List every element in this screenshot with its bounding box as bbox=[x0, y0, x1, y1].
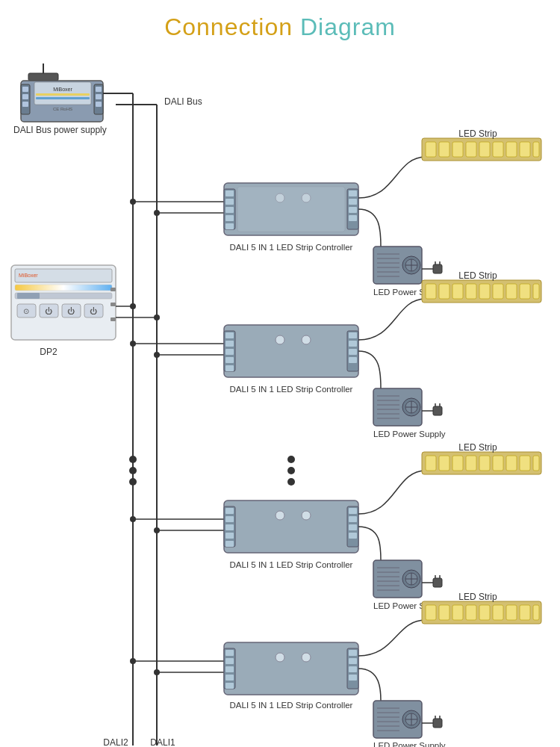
svg-rect-127 bbox=[452, 284, 463, 299]
svg-rect-183 bbox=[225, 650, 234, 656]
svg-rect-172 bbox=[479, 456, 490, 471]
svg-text:MiBoxer: MiBoxer bbox=[19, 273, 38, 278]
svg-rect-214 bbox=[466, 605, 476, 620]
svg-rect-4 bbox=[22, 87, 28, 92]
svg-text:CE RoHS: CE RoHS bbox=[53, 107, 72, 111]
svg-rect-21 bbox=[17, 293, 40, 299]
svg-rect-88 bbox=[506, 142, 517, 157]
svg-rect-130 bbox=[493, 284, 503, 299]
svg-point-194 bbox=[302, 653, 311, 662]
svg-rect-126 bbox=[439, 284, 449, 299]
svg-rect-60 bbox=[349, 199, 357, 205]
dali1-label: DALI1 bbox=[150, 737, 175, 747]
svg-rect-95 bbox=[224, 325, 358, 377]
svg-rect-168 bbox=[426, 456, 436, 471]
svg-rect-121 bbox=[433, 406, 442, 415]
dali2-label: DALI2 bbox=[103, 737, 128, 747]
svg-rect-138 bbox=[224, 500, 358, 553]
svg-rect-143 bbox=[225, 533, 234, 539]
svg-point-151 bbox=[302, 511, 311, 520]
svg-point-178 bbox=[130, 658, 136, 664]
svg-rect-217 bbox=[506, 605, 517, 620]
svg-point-42 bbox=[129, 467, 137, 474]
svg-rect-13 bbox=[36, 93, 90, 96]
power-supply-3 bbox=[373, 560, 442, 598]
svg-rect-5 bbox=[22, 94, 28, 99]
svg-rect-32 bbox=[111, 317, 116, 321]
svg-point-43 bbox=[129, 478, 137, 486]
svg-rect-82 bbox=[426, 142, 436, 157]
svg-rect-190 bbox=[349, 658, 357, 664]
svg-point-94 bbox=[154, 352, 160, 358]
svg-point-92 bbox=[130, 341, 136, 347]
svg-rect-181 bbox=[224, 642, 358, 695]
svg-rect-149 bbox=[349, 533, 357, 539]
svg-rect-192 bbox=[349, 675, 357, 681]
dali-bus-label: DALI Bus bbox=[164, 96, 202, 107]
power-supply-2-label: LED Power Supply bbox=[373, 430, 446, 438]
svg-rect-173 bbox=[493, 456, 503, 471]
led-strip-4-label: LED Strip bbox=[458, 592, 497, 602]
led-strip-2-label: LED Strip bbox=[458, 270, 497, 281]
svg-rect-175 bbox=[520, 456, 530, 471]
svg-rect-89 bbox=[520, 142, 530, 157]
svg-rect-54 bbox=[225, 199, 234, 205]
svg-rect-57 bbox=[225, 223, 234, 229]
svg-rect-185 bbox=[225, 666, 234, 672]
svg-rect-215 bbox=[479, 605, 490, 620]
svg-rect-187 bbox=[225, 683, 234, 689]
svg-rect-9 bbox=[96, 94, 102, 99]
svg-point-108 bbox=[302, 335, 311, 344]
power-supply-1 bbox=[373, 247, 442, 284]
svg-point-46 bbox=[287, 478, 295, 486]
svg-rect-31 bbox=[111, 303, 116, 306]
svg-rect-142 bbox=[225, 524, 234, 530]
svg-rect-65 bbox=[237, 187, 345, 232]
svg-rect-186 bbox=[225, 675, 234, 681]
controller-2-label: DALI 5 IN 1 LED Strip Controller bbox=[230, 385, 353, 394]
controller-4-label: DALI 5 IN 1 LED Strip Controller bbox=[230, 701, 353, 710]
controller-2 bbox=[224, 325, 358, 377]
svg-rect-61 bbox=[349, 207, 357, 213]
svg-point-193 bbox=[276, 653, 284, 662]
svg-rect-169 bbox=[439, 456, 449, 471]
svg-point-44 bbox=[287, 456, 295, 463]
title-word2: Diagram bbox=[300, 13, 396, 40]
svg-rect-90 bbox=[533, 142, 539, 157]
led-strip-1 bbox=[422, 138, 541, 161]
svg-rect-171 bbox=[466, 456, 476, 471]
svg-rect-19 bbox=[15, 285, 112, 291]
power-supply-4 bbox=[373, 701, 442, 738]
svg-rect-30 bbox=[111, 288, 116, 291]
led-strip-3 bbox=[422, 452, 541, 474]
led-strip-3-label: LED Strip bbox=[458, 442, 497, 453]
svg-rect-141 bbox=[225, 516, 234, 522]
svg-rect-219 bbox=[533, 605, 539, 620]
svg-rect-84 bbox=[452, 142, 463, 157]
dp2-label: DP2 bbox=[40, 347, 57, 357]
led-strip-2 bbox=[422, 280, 541, 303]
svg-point-137 bbox=[154, 527, 160, 533]
title-word1: Connection bbox=[164, 13, 293, 40]
svg-rect-148 bbox=[349, 524, 357, 530]
svg-rect-99 bbox=[225, 349, 234, 355]
svg-rect-78 bbox=[433, 264, 442, 273]
svg-rect-176 bbox=[533, 456, 539, 471]
svg-rect-87 bbox=[493, 142, 503, 157]
svg-point-38 bbox=[130, 303, 136, 309]
svg-rect-105 bbox=[349, 349, 357, 355]
dp2-device: MiBoxer ⊙ ⏻ ⏻ ⏻ bbox=[11, 265, 116, 340]
svg-rect-59 bbox=[349, 190, 357, 196]
svg-rect-128 bbox=[466, 284, 476, 299]
svg-rect-86 bbox=[479, 142, 490, 157]
svg-rect-132 bbox=[520, 284, 530, 299]
svg-point-135 bbox=[130, 516, 136, 522]
svg-rect-129 bbox=[479, 284, 490, 299]
svg-point-40 bbox=[154, 314, 160, 320]
svg-rect-85 bbox=[466, 142, 476, 157]
svg-rect-83 bbox=[439, 142, 449, 157]
svg-rect-144 bbox=[225, 541, 234, 547]
svg-rect-125 bbox=[426, 284, 436, 299]
power-supply-4-label: LED Power Supply bbox=[373, 741, 446, 747]
svg-rect-218 bbox=[520, 605, 530, 620]
